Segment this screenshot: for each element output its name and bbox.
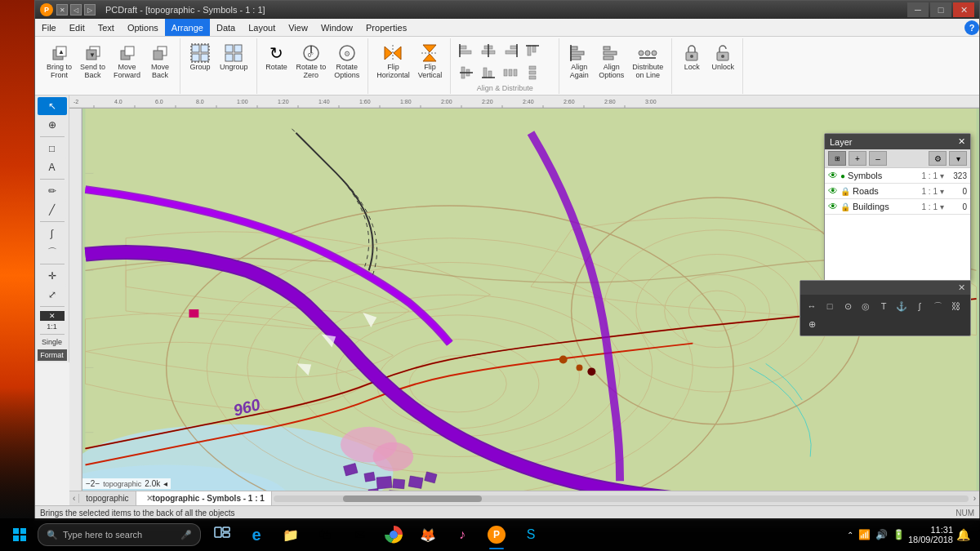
menu-text[interactable]: Text (91, 19, 121, 36)
move-forward-button[interactable]: MoveForward (110, 42, 144, 82)
taskbar-app-task-view[interactable] (206, 518, 238, 551)
distribute-v-btn[interactable] (522, 62, 543, 83)
lock-button[interactable]: Lock (677, 42, 706, 73)
layer-symbols-arrow[interactable]: ▾ (940, 171, 944, 180)
align-top-btn[interactable] (522, 40, 543, 61)
taskbar-app-pcdraft[interactable]: P (480, 518, 513, 551)
align-right-btn[interactable] (500, 40, 521, 61)
resize-tool-button[interactable]: ⤢ (38, 286, 67, 304)
align-again-button[interactable]: AlignAgain (564, 42, 594, 82)
taskbar-app-mail[interactable]: ✉ (343, 518, 376, 551)
layer-chevron-button[interactable]: ▾ (949, 151, 967, 166)
help-button[interactable]: ? (964, 20, 979, 35)
notifications-icon[interactable]: 🔔 (956, 528, 970, 541)
layer-roads-visible-icon[interactable]: 👁 (828, 185, 838, 197)
rotate-zero-button[interactable]: 0° Rotate toZero (293, 42, 330, 82)
menu-edit[interactable]: Edit (63, 19, 91, 36)
tool-arc[interactable]: ⌒ (929, 298, 946, 314)
taskbar-app-chrome[interactable] (377, 518, 410, 551)
scroll-right-btn[interactable]: › (970, 494, 979, 503)
battery-icon[interactable]: 🔋 (893, 529, 905, 540)
menu-data[interactable]: Data (210, 19, 242, 36)
tool-move[interactable]: ↔ (804, 298, 820, 314)
tool-curve[interactable]: ∫ (911, 298, 928, 314)
text-tool-button[interactable]: A (38, 158, 67, 176)
line-tool-button[interactable]: ╱ (38, 201, 67, 219)
unlock-button[interactable]: Unlock (708, 42, 737, 73)
select-tool-button[interactable]: ↖ (38, 97, 67, 115)
tool-anchor[interactable]: ⚓ (893, 298, 910, 314)
tab-close-x[interactable]: ✕ (146, 494, 153, 503)
bring-front-button[interactable]: ▲ Bring toFront (43, 42, 75, 82)
layer-row-symbols[interactable]: 👁 ● Symbols 1 : 1 ▾ 323 (825, 168, 970, 184)
align-left-btn[interactable] (456, 40, 477, 61)
tools-panel-close-icon[interactable]: ✕ (958, 282, 965, 293)
flip-h-button[interactable]: FlipHorizontal (373, 42, 413, 82)
move-back-button[interactable]: MoveBack (145, 42, 175, 82)
flip-v-button[interactable]: FlipVertical (415, 42, 446, 82)
single-button[interactable]: Single (38, 337, 67, 347)
tool-lasso[interactable]: ⊙ (840, 298, 856, 314)
tool-text[interactable]: T (875, 298, 892, 314)
layer-roads-arrow[interactable]: ▾ (940, 187, 944, 196)
pencil-tool-button[interactable]: ✏ (38, 182, 67, 200)
tb-close[interactable]: ✕ (56, 4, 68, 16)
minimize-button[interactable]: ─ (907, 2, 929, 17)
start-button[interactable] (3, 518, 36, 551)
align-center-h-btn[interactable] (478, 40, 499, 61)
taskbar-app-edge[interactable]: e (240, 518, 273, 551)
scroll-track[interactable] (274, 495, 969, 502)
tb-back[interactable]: ◁ (70, 4, 82, 16)
move-tool-button[interactable]: ✛ (38, 267, 67, 285)
volume-icon[interactable]: 🔊 (875, 529, 888, 540)
scale-arrow[interactable]: ◂ (163, 479, 167, 488)
align-options-button[interactable]: AlignOptions (595, 42, 627, 82)
doc-tab-symbols[interactable]: ✕ topographic - Symbols - 1 : 1 (136, 491, 272, 505)
scroll-thumb[interactable] (343, 495, 482, 502)
menu-view[interactable]: View (282, 19, 314, 36)
layer-remove-button[interactable]: – (869, 151, 887, 166)
distribute-h-btn[interactable] (500, 62, 521, 83)
layer-panel-close-icon[interactable]: ✕ (958, 136, 965, 147)
chevron-up-icon[interactable]: ⌃ (847, 531, 853, 540)
menu-window[interactable]: Window (314, 19, 359, 36)
group-button[interactable]: Group (185, 42, 215, 73)
format-button[interactable]: Format (38, 349, 67, 361)
tool-select[interactable]: □ (822, 298, 838, 314)
network-icon[interactable]: 📶 (858, 529, 871, 540)
rectangle-tool-button[interactable]: □ (38, 140, 67, 158)
rotate-options-button[interactable]: ⚙ RotateOptions (331, 42, 363, 82)
tool-circle[interactable]: ◎ (858, 298, 874, 314)
send-back-button[interactable]: ▼ Send toBack (77, 42, 109, 82)
taskbar-clock[interactable]: 11:31 18/09/2018 (908, 525, 953, 544)
layer-symbols-visible-icon[interactable]: 👁 (828, 170, 838, 181)
taskbar-app-itunes[interactable]: ♪ (446, 518, 479, 551)
align-center-v-btn[interactable] (456, 62, 477, 83)
curve-tool-button[interactable]: ∫ (38, 224, 67, 242)
taskbar-app-skype[interactable]: S (514, 518, 547, 551)
align-bottom-btn[interactable] (478, 62, 499, 83)
tb-forward[interactable]: ▷ (84, 4, 96, 16)
menu-arrange[interactable]: Arrange (165, 19, 210, 36)
taskbar-app-firefox[interactable]: 🦊 (412, 518, 444, 551)
menu-options[interactable]: Options (121, 19, 165, 36)
taskbar-app-explorer[interactable]: 📁 (274, 518, 307, 551)
menu-properties[interactable]: Properties (359, 19, 413, 36)
ungroup-button[interactable]: Ungroup (216, 42, 252, 73)
close-panel-button[interactable]: ✕ (40, 311, 65, 321)
menu-layout[interactable]: Layout (242, 19, 282, 36)
arc-tool-button[interactable]: ⌒ (38, 243, 67, 261)
layer-add-button[interactable]: ⊞ (828, 151, 846, 166)
layer-row-buildings[interactable]: 👁 🔒 Buildings 1 : 1 ▾ 0 (825, 199, 970, 215)
tool-connect[interactable]: ⊕ (804, 316, 820, 332)
zoom-tool-button[interactable]: ⊕ (38, 116, 67, 134)
distribute-on-line-button[interactable]: Distributeon Line (629, 42, 666, 82)
menu-file[interactable]: File (35, 19, 63, 36)
horizontal-scrollbar[interactable] (272, 495, 970, 502)
search-box[interactable]: 🔍 Type here to search 🎤 (38, 523, 201, 546)
layer-buildings-arrow[interactable]: ▾ (940, 202, 944, 211)
layer-buildings-visible-icon[interactable]: 👁 (828, 201, 838, 212)
maximize-button[interactable]: □ (930, 2, 951, 17)
canvas-area[interactable]: 960 (82, 109, 979, 505)
scroll-left-btn[interactable]: ‹ (69, 494, 79, 503)
